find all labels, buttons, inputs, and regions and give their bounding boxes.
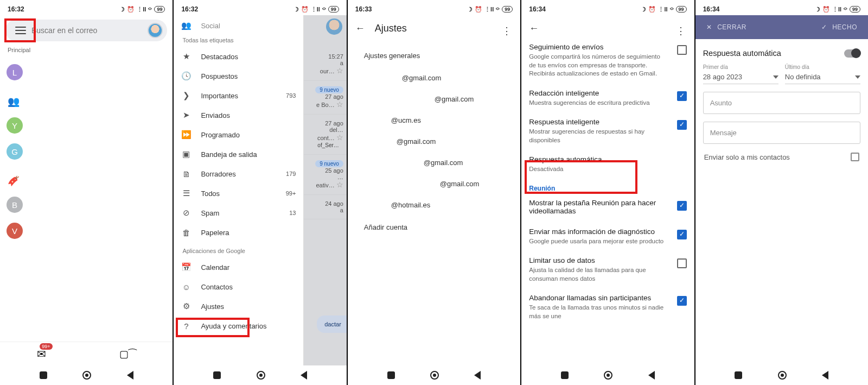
checkbox[interactable] [677, 230, 687, 239]
settings-general[interactable]: Ajustes generales [348, 44, 520, 67]
file-icon: 🗎 [181, 169, 191, 179]
drawer-item-starred[interactable]: ★Destacados [174, 47, 303, 66]
back-icon[interactable]: ← [529, 23, 539, 34]
setting-vacation-responder[interactable]: Respuesta automática Desactivada [521, 150, 694, 179]
calendar-icon: 📅 [181, 262, 191, 272]
chevron-down-icon [773, 75, 778, 79]
drawer-item-snoozed[interactable]: 🕓Pospuestos [174, 66, 303, 86]
close-button[interactable]: ✕ CERRAR [706, 23, 746, 31]
drawer-item-important[interactable]: ❯Importantes793 [174, 86, 303, 105]
overflow-icon[interactable]: ⋮ [676, 25, 686, 37]
clock-icon: 🕓 [181, 71, 191, 81]
screen-inbox: 16:32 ☽ ⏰ ⋮ll ⌔ 99 Principal L 👥 Y G 🔖 B… [0, 0, 174, 385]
drawer-item-spam[interactable]: ⊘Spam13 [174, 203, 303, 223]
mail-tab[interactable]: ✉ 99+ [37, 348, 46, 361]
drawer-item-social[interactable]: 👥 Social [174, 20, 303, 31]
inbox-body: L 👥 Y G 🔖 B V [0, 54, 173, 342]
wifi-icon: ⌔ [148, 6, 152, 12]
android-nav [348, 365, 520, 385]
gear-icon: ⚙ [181, 301, 191, 311]
contacts-only-checkbox[interactable] [851, 153, 859, 161]
back-button[interactable] [301, 371, 307, 380]
promotions-icon[interactable]: 🔖 [8, 175, 20, 187]
home-button[interactable] [604, 371, 612, 380]
account-item[interactable]: @hotmail.es [348, 194, 520, 216]
drawer-item-contacts[interactable]: ☺Contactos [174, 277, 303, 296]
recents-button[interactable] [40, 371, 47, 379]
checkbox[interactable] [677, 296, 687, 306]
stack-icon: ☰ [181, 188, 191, 198]
home-button[interactable] [430, 371, 439, 380]
home-button[interactable] [82, 371, 91, 380]
add-account[interactable]: Añadir cuenta [348, 216, 520, 239]
menu-icon[interactable] [15, 27, 26, 34]
setting-diagnostics[interactable]: Enviar más información de diagnóstico Go… [521, 222, 694, 251]
done-button[interactable]: ✓ HECHO [821, 23, 857, 31]
setting-leave-empty-calls[interactable]: Abandonar llamadas sin participantes Te … [521, 288, 694, 326]
subject-input[interactable]: Asunto [703, 92, 860, 114]
setting-meet-tab[interactable]: Mostrar la pestaña Reunión para hacer vi… [521, 193, 694, 222]
drawer-item-trash[interactable]: 🗑Papelera [174, 223, 303, 242]
account-item[interactable]: @gmail.com [348, 89, 520, 110]
outbox-icon: ▣ [181, 149, 191, 159]
profile-avatar[interactable] [148, 23, 163, 38]
account-item[interactable]: @gmail.com [348, 173, 520, 194]
setting-smart-reply[interactable]: Respuesta inteligente Mostrar sugerencia… [521, 112, 694, 150]
drawer-item-all[interactable]: ☰Todos99+ [174, 184, 303, 203]
account-item[interactable]: @gmail.com [348, 152, 520, 173]
back-icon[interactable]: ← [355, 23, 365, 34]
home-button[interactable] [257, 371, 265, 380]
dnd-icon: ☽ [119, 6, 125, 13]
contacts-only-label: Enviar solo a mis contactos [704, 153, 790, 161]
send-icon: ➤ [181, 110, 191, 120]
checkbox[interactable] [677, 201, 687, 211]
social-icon[interactable]: 👥 [8, 96, 20, 107]
checkbox[interactable] [677, 120, 687, 130]
first-day-picker[interactable]: Primer día 28 ago 2023 [703, 64, 778, 84]
back-button[interactable] [822, 371, 828, 380]
recents-button[interactable] [213, 371, 221, 379]
sender-avatar[interactable]: B [7, 197, 23, 213]
back-button[interactable] [474, 371, 481, 380]
back-button[interactable] [648, 371, 655, 380]
recents-button[interactable] [387, 371, 395, 379]
account-item[interactable]: @gmail.com [348, 67, 520, 89]
back-button[interactable] [127, 371, 133, 380]
checkbox[interactable] [677, 91, 687, 101]
drawer-item-settings[interactable]: ⚙Ajustes [174, 296, 303, 316]
drawer-item-drafts[interactable]: 🗎Borradores179 [174, 164, 303, 184]
drawer-item-help[interactable]: ?Ayuda y comentarios [174, 316, 303, 336]
battery-pill: 99 [154, 6, 165, 12]
message-input[interactable]: Mensaje [703, 122, 860, 144]
recents-button[interactable] [561, 371, 569, 379]
drawer-item-calendar[interactable]: 📅Calendar [174, 257, 303, 277]
overflow-icon[interactable]: ⋮ [502, 25, 512, 37]
setting-limit-data[interactable]: Limitar uso de datos Ajusta la calidad d… [521, 251, 694, 288]
search-input[interactable] [31, 26, 148, 35]
drawer-section-apps: Aplicaciones de Google [174, 242, 303, 257]
star-icon: ★ [181, 52, 191, 61]
drawer-item-scheduled[interactable]: ⏩Programado [174, 125, 303, 144]
setting-package-tracking[interactable]: Seguimiento de envíos Google compartirá … [521, 37, 694, 84]
account-item[interactable]: @gmail.com [348, 131, 520, 152]
sender-avatar[interactable]: V [7, 223, 23, 239]
sender-avatar[interactable]: L [7, 64, 23, 80]
recents-button[interactable] [735, 371, 742, 379]
search-bar[interactable] [5, 20, 167, 41]
checkbox[interactable] [677, 258, 687, 268]
important-icon: ❯ [181, 91, 191, 100]
screen-drawer: 16:32 ☽⏰⋮ll⌔99 👥 Social Todas las etique… [174, 0, 347, 385]
drawer-scrim-content: 15:27aour… ☆ 9 nuevo27 agoe Bo… ☆ 27 ago… [304, 15, 346, 365]
setting-smart-compose[interactable]: Redacción inteligente Muestra sugerencia… [521, 84, 694, 113]
compose-fab[interactable]: dactar [317, 315, 348, 333]
meet-tab[interactable]: ▢⁀ [119, 348, 136, 360]
home-button[interactable] [778, 371, 787, 380]
drawer-item-sent[interactable]: ➤Enviados [174, 105, 303, 125]
checkbox[interactable] [677, 45, 687, 55]
account-item[interactable]: @ucm.es [348, 110, 520, 131]
last-day-picker[interactable]: Último día No definida [785, 64, 860, 84]
drawer-item-outbox[interactable]: ▣Bandeja de salida [174, 144, 303, 164]
sender-avatar[interactable]: Y [7, 117, 23, 134]
vacation-toggle[interactable] [844, 49, 860, 58]
sender-avatar[interactable]: G [7, 143, 23, 160]
